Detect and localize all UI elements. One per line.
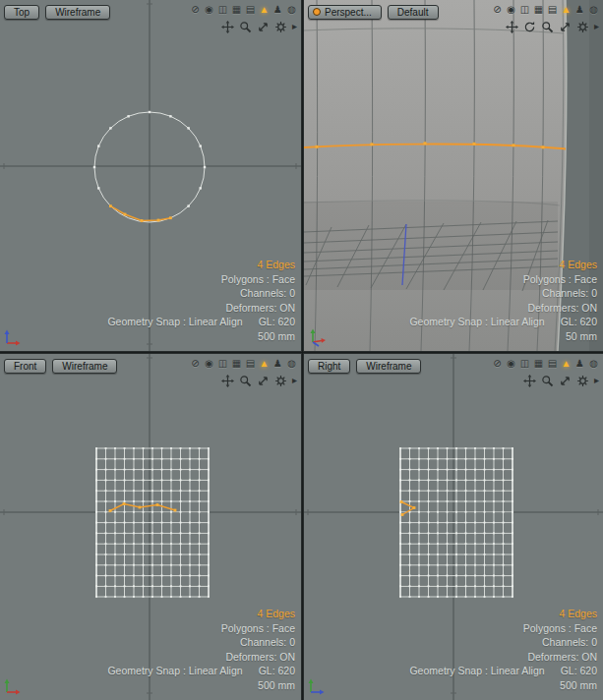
zoom-region-icon[interactable]	[559, 20, 573, 33]
viewport-info: 4 Edges Polygons : Face Channels: 0 Defo…	[107, 258, 295, 343]
grid-toggle-icon[interactable]: ▦	[532, 357, 545, 370]
settings-gear-icon[interactable]	[274, 374, 288, 387]
shading-mode-button[interactable]: Wireframe	[45, 5, 110, 20]
zoom-region-icon[interactable]	[559, 374, 573, 387]
shaded-view-icon[interactable]: ◉	[203, 357, 215, 370]
selection-count: 4 Edges	[409, 607, 597, 621]
grid-scale: 500 mm	[409, 678, 597, 693]
actor-icon[interactable]: ♟	[271, 3, 284, 16]
viewport-nav-row: ▸	[221, 374, 297, 387]
active-viewport-dot	[313, 8, 321, 16]
view-select-button[interactable]: Top	[4, 5, 39, 20]
zoom-region-icon[interactable]	[257, 374, 271, 387]
viewport-info: 4 Edges Polygons : Face Channels: 0 Defo…	[107, 607, 295, 692]
axis-gizmo	[308, 676, 328, 696]
wireframe-toggle-icon[interactable]: ◫	[518, 3, 531, 16]
selection-count: 4 Edges	[409, 258, 597, 272]
orbit-icon[interactable]	[523, 20, 537, 33]
shaded-view-icon[interactable]: ◉	[505, 357, 517, 370]
channels-count: Channels: 0	[409, 286, 597, 301]
mode-label: Wireframe	[366, 361, 411, 372]
zoom-icon[interactable]	[541, 20, 555, 33]
shaded-view-icon[interactable]: ◉	[505, 3, 517, 16]
layers-icon[interactable]: ▤	[546, 357, 559, 370]
viewport-info: 4 Edges Polygons : Face Channels: 0 Defo…	[409, 258, 597, 343]
viewport-icon-row: ⊘ ◉ ◫ ▦ ▤ ▲ ♟ ◍	[491, 357, 600, 370]
viewport-info: 4 Edges Polygons : Face Channels: 0 Defo…	[409, 607, 597, 692]
grid-toggle-icon[interactable]: ▦	[532, 3, 545, 16]
shade-style-icon[interactable]: ▲	[258, 357, 271, 370]
settings-gear-icon[interactable]	[576, 20, 590, 33]
wireframe-toggle-icon[interactable]: ◫	[216, 3, 229, 16]
mode-label: Default	[397, 7, 429, 18]
grid-scale: 500 mm	[107, 678, 295, 693]
lights-icon[interactable]: ◍	[285, 357, 298, 370]
gl-counter: GL: 620	[259, 316, 295, 327]
polygons-mode: Polygons : Face	[409, 272, 597, 287]
view-select-button[interactable]: Right	[308, 359, 350, 374]
lights-icon[interactable]: ◍	[587, 3, 600, 16]
shade-style-icon[interactable]: ▲	[560, 357, 573, 370]
polygons-mode: Polygons : Face	[107, 621, 295, 636]
view-label: Front	[14, 361, 36, 372]
layers-icon[interactable]: ▤	[546, 3, 559, 16]
shade-style-icon[interactable]: ▲	[258, 3, 271, 16]
axis-gizmo	[308, 327, 328, 347]
deformers-state: Deformers: ON	[107, 301, 295, 316]
viewport-menu-arrow-icon[interactable]: ▸	[594, 20, 599, 33]
pan-icon[interactable]	[523, 374, 537, 387]
zoom-icon[interactable]	[239, 374, 253, 387]
wireframe-toggle-icon[interactable]: ◫	[518, 357, 531, 370]
view-label: Right	[318, 361, 340, 372]
viewport-nav-row: ▸	[221, 20, 297, 33]
view-label: Top	[14, 7, 30, 18]
pan-icon[interactable]	[221, 20, 235, 33]
gl-counter: GL: 620	[259, 665, 295, 676]
lights-icon[interactable]: ◍	[285, 3, 298, 16]
visibility-icon[interactable]: ⊘	[491, 357, 504, 370]
zoom-icon[interactable]	[239, 20, 253, 33]
shaded-view-icon[interactable]: ◉	[203, 3, 215, 16]
zoom-region-icon[interactable]	[257, 20, 271, 33]
pan-icon[interactable]	[506, 20, 519, 33]
grid-toggle-icon[interactable]: ▦	[230, 3, 243, 16]
channels-count: Channels: 0	[107, 635, 295, 650]
zoom-icon[interactable]	[541, 374, 555, 387]
lights-icon[interactable]: ◍	[587, 357, 600, 370]
viewport-menu-arrow-icon[interactable]: ▸	[292, 374, 297, 387]
visibility-icon[interactable]: ⊘	[189, 3, 202, 16]
viewport-nav-row: ▸	[506, 20, 599, 33]
shading-mode-button[interactable]: Default	[388, 5, 439, 20]
selection-count: 4 Edges	[107, 607, 295, 621]
quad-viewport-layout: Top Wireframe ⊘ ◉ ◫ ▦ ▤ ▲ ♟ ◍ ▸ 4 Edges …	[0, 0, 603, 700]
actor-icon[interactable]: ♟	[271, 357, 284, 370]
actor-icon[interactable]: ♟	[573, 357, 586, 370]
gl-counter: GL: 620	[561, 665, 597, 676]
layers-icon[interactable]: ▤	[244, 357, 257, 370]
shading-mode-button[interactable]: Wireframe	[356, 359, 421, 374]
view-select-button[interactable]: Front	[4, 359, 46, 374]
selection-count: 4 Edges	[107, 258, 295, 272]
grid-toggle-icon[interactable]: ▦	[230, 357, 243, 370]
axis-gizmo	[4, 676, 24, 696]
channels-count: Channels: 0	[409, 635, 597, 650]
actor-icon[interactable]: ♟	[573, 3, 586, 16]
polygons-mode: Polygons : Face	[107, 272, 295, 287]
shading-mode-button[interactable]: Wireframe	[52, 359, 117, 374]
settings-gear-icon[interactable]	[576, 374, 590, 387]
snap-mode: Geometry Snap : Linear Align	[107, 316, 242, 327]
shade-style-icon[interactable]: ▲	[560, 3, 573, 16]
view-select-button[interactable]: Perspect...	[308, 5, 382, 20]
deformers-state: Deformers: ON	[409, 650, 597, 665]
mode-label: Wireframe	[55, 7, 100, 18]
gl-counter: GL: 620	[561, 316, 597, 327]
pan-icon[interactable]	[221, 374, 235, 387]
visibility-icon[interactable]: ⊘	[189, 357, 202, 370]
settings-gear-icon[interactable]	[274, 20, 288, 33]
viewport-right: Right Wireframe ⊘ ◉ ◫ ▦ ▤ ▲ ♟ ◍ ▸ 4 Edge…	[304, 354, 603, 700]
viewport-menu-arrow-icon[interactable]: ▸	[292, 20, 297, 33]
viewport-menu-arrow-icon[interactable]: ▸	[594, 374, 599, 387]
visibility-icon[interactable]: ⊘	[491, 3, 504, 16]
wireframe-toggle-icon[interactable]: ◫	[216, 357, 229, 370]
layers-icon[interactable]: ▤	[244, 3, 257, 16]
